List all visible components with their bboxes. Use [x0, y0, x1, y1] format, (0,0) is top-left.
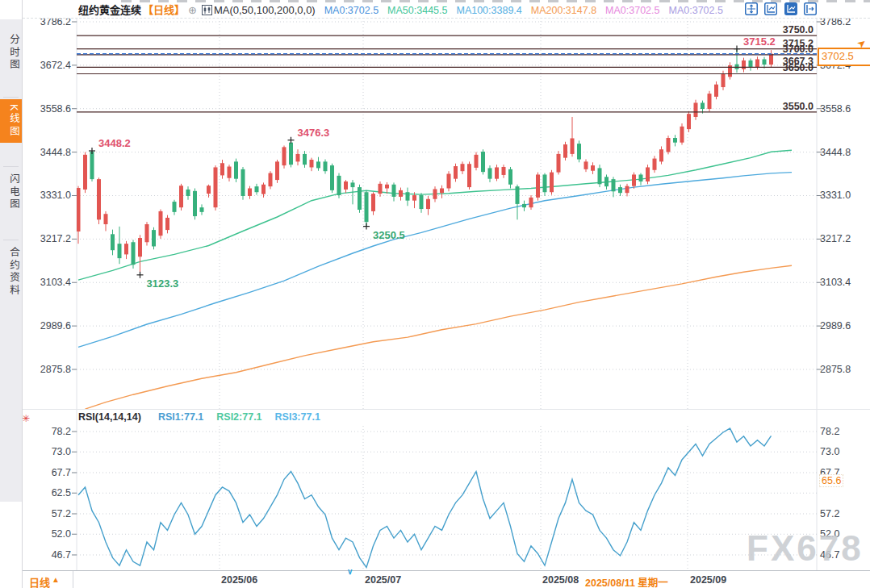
- ma-value: MA0:3702.5: [324, 5, 379, 16]
- rsi-settings-icon[interactable]: ✳: [22, 413, 30, 424]
- rsi-label: RSI(14,14,14): [78, 411, 141, 423]
- pan-icon[interactable]: [745, 2, 758, 15]
- collapse-panel-icon[interactable]: [804, 2, 817, 15]
- sidebar-item-3[interactable]: 合约资料: [0, 242, 22, 302]
- timeframe-label[interactable]: 日线: [29, 574, 50, 588]
- rsi-value: RSI3:77.1: [275, 411, 320, 423]
- sidebar-item-1[interactable]: K线图: [0, 99, 22, 143]
- ma-summary: MA(0,50,100,200,0,0): [214, 4, 316, 16]
- date-tick-label: 2025/08: [542, 574, 579, 586]
- chart-application: 分时图K线图闪电图合约资料 纽约黄金连续【日线】⊕MA(0,50,100,200…: [0, 0, 870, 588]
- ma-value: MA0:3702.5: [669, 5, 723, 16]
- axis-scale-right-icon[interactable]: [784, 2, 797, 15]
- selected-date-label: 2025/08/11 星期一: [585, 574, 668, 588]
- axis-scale-left-icon[interactable]: [764, 2, 777, 15]
- date-tick-label: 2025/07: [365, 574, 401, 586]
- sidebar-divider: [3, 166, 19, 167]
- indicator-icon: [202, 5, 212, 18]
- sidebar-divider: [3, 97, 19, 98]
- period-tag[interactable]: 【日线】: [143, 4, 185, 16]
- add-indicator-icon[interactable]: ⊕: [188, 4, 197, 16]
- instrument-title: 纽约黄金连续: [78, 4, 141, 16]
- ma-value: MA200:3147.8: [531, 5, 596, 16]
- date-tick-label: 2025/06: [221, 574, 257, 586]
- last-price-label: 3702.5: [818, 48, 870, 66]
- last-price-value: 3702.5: [822, 50, 854, 62]
- watermark: FX678: [747, 528, 864, 569]
- rsi-legend: RSI1:77.1RSI2:77.1RSI3:77.1: [158, 411, 333, 423]
- sidebar: 分时图K线图闪电图合约资料: [0, 0, 23, 588]
- marker-icon: ∨: [347, 567, 353, 576]
- ma-value: MA50:3445.5: [387, 5, 447, 16]
- sidebar-item-2[interactable]: 闪电图: [0, 169, 22, 216]
- rsi-header: ✳ RSI(14,14,14) RSI1:77.1RSI2:77.1RSI3:7…: [0, 410, 870, 426]
- sidebar-divider: [3, 240, 19, 240]
- time-axis: 日线 ▲ 2025/062025/072025/082025/08/11 星期一…: [0, 570, 870, 588]
- timeframe-up-icon[interactable]: ▲: [52, 575, 60, 584]
- sidebar-item-0[interactable]: 分时图: [0, 29, 22, 77]
- chart-tool-buttons: [742, 2, 817, 17]
- date-tick-label: 2025/09: [690, 574, 726, 586]
- rsi-value: RSI1:77.1: [158, 411, 203, 423]
- chart-canvas[interactable]: [0, 0, 870, 588]
- rsi-value: RSI2:77.1: [216, 411, 261, 423]
- ma-value: MA0:3702.5: [605, 5, 659, 16]
- ma-value: MA100:3389.4: [456, 5, 521, 16]
- divider: [73, 571, 73, 588]
- ma-legend: MA0:3702.5MA50:3445.5MA100:3389.4MA200:3…: [316, 4, 723, 16]
